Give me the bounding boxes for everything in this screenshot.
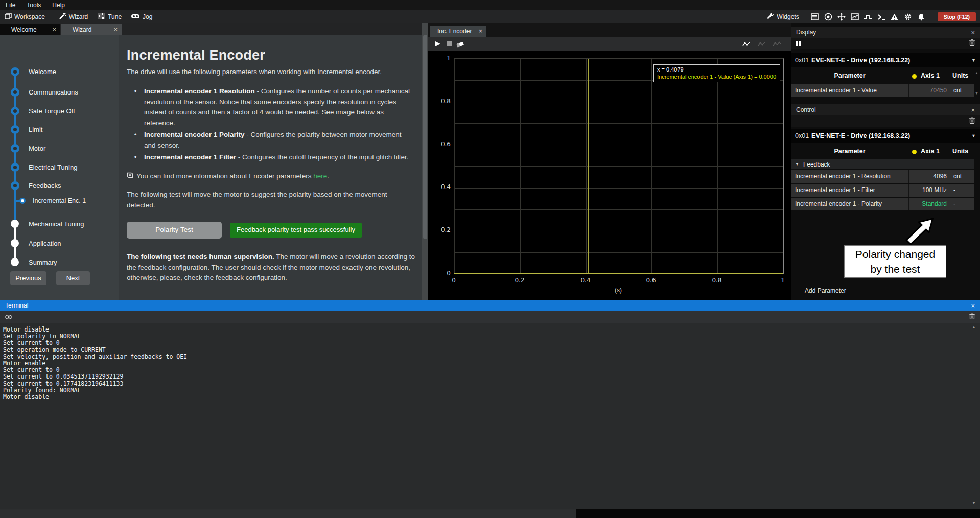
device-id: 0x01	[795, 57, 809, 64]
control-device-selector[interactable]: 0x01 EVE-NET-E - Drive (192.168.3.22) ▼	[791, 129, 980, 143]
bullet-icon: •	[127, 86, 144, 128]
tab-close-icon[interactable]: ×	[479, 28, 482, 35]
bullet-text: Incremental encoder 1 Polarity - Configu…	[144, 130, 412, 151]
y-tick: 0.6	[428, 140, 451, 148]
control-title: Control	[796, 106, 816, 113]
sidebar-item-limit[interactable]: Limit	[0, 124, 119, 134]
table-row: Incremental encoder 1 - Resolution 4096 …	[791, 170, 974, 183]
sidebar-item-safe-torque-off[interactable]: Safe Torque Off	[0, 106, 119, 116]
sidebar-item-application[interactable]: Application	[0, 238, 119, 248]
tab-close-icon[interactable]: ×	[113, 26, 118, 33]
parameter-value[interactable]: 100 MHz	[908, 184, 950, 197]
scroll-down-icon[interactable]: ▼	[972, 501, 976, 505]
x-axis-label: (s)	[615, 287, 622, 294]
stop-icon[interactable]	[444, 39, 455, 49]
eye-icon[interactable]	[5, 312, 12, 321]
table-row: Incremental encoder 1 - Filter 100 MHz -	[791, 184, 974, 197]
add-parameter-button[interactable]: Add Parameter	[805, 287, 846, 294]
intro-text: The drive will use the following paramet…	[127, 67, 413, 78]
trash-icon[interactable]	[969, 312, 975, 321]
signal-icon-inactive[interactable]	[756, 39, 767, 49]
menu-help[interactable]: Help	[46, 2, 71, 9]
close-icon[interactable]: ×	[971, 29, 975, 36]
bell-icon[interactable]	[915, 11, 928, 22]
signal-icon-inactive[interactable]	[772, 39, 783, 49]
step-dot	[11, 258, 19, 266]
device-name: EVE-NET-E - Drive (192.168.3.22)	[811, 132, 910, 139]
tune-button[interactable]: Tune	[92, 10, 126, 23]
pause-icon[interactable]	[796, 41, 801, 46]
motion-icon[interactable]	[835, 11, 848, 22]
next-button[interactable]: Next	[56, 271, 90, 285]
wizard-button[interactable]: Wizard	[54, 10, 92, 23]
plot-area[interactable]	[454, 58, 784, 274]
previous-button[interactable]: Previous	[10, 271, 46, 285]
sidebar-item-motor[interactable]: Motor	[0, 143, 119, 153]
wave-icon[interactable]	[861, 11, 875, 22]
feedback-group-row[interactable]: ▼ Feedback	[791, 159, 974, 169]
scroll-up-icon[interactable]: ▲	[975, 71, 978, 75]
tab-close-icon[interactable]: ×	[52, 26, 56, 33]
menu-file[interactable]: File	[0, 2, 21, 9]
annotation-arrow	[902, 210, 953, 249]
here-link[interactable]: here	[313, 172, 327, 180]
trash-icon[interactable]	[969, 39, 975, 48]
list-item: • Incremental encoder 1 Filter - Configu…	[127, 152, 413, 163]
scope-icon[interactable]	[848, 11, 861, 22]
chevron-down-icon[interactable]: ▼	[971, 58, 976, 63]
signal-icon-active[interactable]	[741, 39, 752, 49]
terminal-output: Motor disable Set polarity to NORMAL Set…	[0, 323, 980, 509]
tab-wizard[interactable]: Wizard ×	[61, 24, 122, 35]
group-label: Feedback	[803, 161, 830, 168]
workspace-button[interactable]: Workspace	[0, 10, 50, 23]
tab-inc-encoder[interactable]: Inc. Encoder ×	[430, 26, 486, 37]
widgets-button[interactable]: Widgets	[762, 13, 803, 21]
gear-icon[interactable]	[901, 11, 915, 22]
terminal-icon[interactable]	[875, 11, 888, 22]
sidebar-item-communications[interactable]: Communications	[0, 87, 119, 97]
sidebar-item-feedbacks[interactable]: Feedbacks	[0, 180, 119, 191]
x-tick: 1	[781, 277, 785, 284]
registers-icon[interactable]	[808, 11, 822, 22]
annotation-line2: by the test	[845, 262, 946, 276]
cursor-line[interactable]	[588, 59, 589, 274]
sidebar-item-electrical-tuning[interactable]: Electrical Tuning	[0, 162, 119, 172]
menubar: File Tools Help	[0, 0, 980, 10]
info-line: You can find more information about Enco…	[127, 171, 413, 182]
parameter-value-polarity[interactable]: Standard	[908, 198, 950, 210]
wizard-content: Incremental Encoder The drive will use t…	[119, 35, 422, 300]
scrollbar-thumb[interactable]	[423, 35, 427, 239]
info-text: You can find more information about Enco…	[136, 171, 329, 182]
sidebar-item-welcome[interactable]: Welcome	[0, 66, 119, 77]
jog-button[interactable]: Jog	[126, 10, 157, 23]
close-icon[interactable]: ×	[971, 302, 975, 310]
sidebar-item-incremental-enc-1[interactable]: Incremental Enc. 1	[0, 196, 119, 206]
chevron-down-icon[interactable]: ▼	[971, 133, 976, 138]
x-tick: 0.2	[515, 277, 524, 284]
y-tick: 0.4	[428, 183, 451, 191]
step-dot	[11, 125, 19, 134]
play-icon[interactable]	[432, 39, 444, 49]
warning-icon[interactable]	[888, 11, 901, 22]
scroll-up-icon[interactable]: ▲	[972, 325, 976, 329]
content-scrollbar[interactable]	[422, 23, 428, 300]
table-row: Incremental encoder 1 - Polarity Standar…	[791, 198, 974, 210]
polarity-test-button[interactable]: Polarity Test	[127, 222, 222, 239]
gamepad-icon	[131, 13, 140, 21]
terminal-header[interactable]: Terminal ×	[0, 300, 980, 311]
cursor-tooltip: x = 0.4079 Incremental encoder 1 - Value…	[653, 64, 780, 82]
scroll-down-icon[interactable]: ▼	[975, 91, 978, 95]
tab-welcome[interactable]: Welcome ×	[0, 24, 60, 35]
watch-icon[interactable]	[822, 11, 835, 22]
sidebar-item-mechanical-tuning[interactable]: Mechanical Tuning	[0, 219, 119, 229]
display-device-selector[interactable]: 0x01 EVE-NET-E - Drive (192.168.3.22) ▼	[791, 53, 980, 67]
close-icon[interactable]: ×	[971, 106, 975, 114]
parameter-value[interactable]: 4096	[908, 170, 950, 183]
eraser-icon[interactable]	[455, 39, 466, 49]
stop-button[interactable]: Stop (F12)	[938, 12, 976, 21]
trash-icon[interactable]	[969, 117, 975, 125]
menu-tools[interactable]: Tools	[21, 2, 46, 9]
right-panel: Display × 0x01 EVE-NET-E - Drive (192.16…	[791, 23, 980, 300]
y-tick: 0	[428, 270, 451, 277]
sidebar-item-summary[interactable]: Summary	[0, 257, 119, 267]
